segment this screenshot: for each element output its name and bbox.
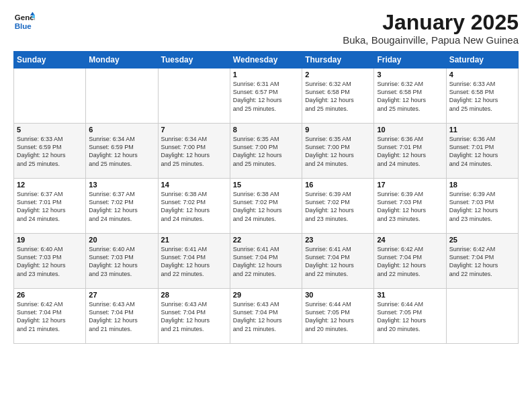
day-number: 17	[377, 181, 443, 189]
day-info: Sunrise: 6:37 AMSunset: 7:02 PMDaylight:…	[89, 190, 154, 223]
week-row-4: 26Sunrise: 6:42 AMSunset: 7:04 PMDayligh…	[14, 289, 519, 344]
title-block: January 2025 Buka, Bougainville, Papua N…	[343, 11, 519, 46]
day-cell: 27Sunrise: 6:43 AMSunset: 7:04 PMDayligh…	[86, 289, 158, 344]
day-number: 19	[17, 236, 83, 244]
day-number: 16	[305, 181, 371, 189]
day-cell: 31Sunrise: 6:44 AMSunset: 7:05 PMDayligh…	[374, 289, 446, 344]
day-number: 26	[17, 291, 83, 299]
day-info: Sunrise: 6:44 AMSunset: 7:05 PMDaylight:…	[377, 300, 443, 333]
svg-text:Blue: Blue	[15, 22, 32, 30]
day-number: 9	[305, 126, 371, 134]
day-info: Sunrise: 6:39 AMSunset: 7:03 PMDaylight:…	[449, 190, 515, 223]
day-cell: 24Sunrise: 6:42 AMSunset: 7:04 PMDayligh…	[374, 234, 446, 289]
main-title: January 2025	[343, 11, 519, 34]
day-number: 18	[449, 181, 515, 189]
page: General Blue January 2025 Buka, Bougainv…	[0, 0, 532, 411]
calendar-table: Sunday Monday Tuesday Wednesday Thursday…	[13, 51, 519, 344]
day-cell	[86, 68, 158, 124]
day-cell: 13Sunrise: 6:37 AMSunset: 7:02 PMDayligh…	[86, 179, 158, 234]
day-info: Sunrise: 6:37 AMSunset: 7:01 PMDaylight:…	[17, 190, 83, 223]
day-info: Sunrise: 6:35 AMSunset: 7:00 PMDaylight:…	[233, 135, 299, 168]
day-cell: 3Sunrise: 6:32 AMSunset: 6:58 PMDaylight…	[374, 68, 446, 124]
day-number: 3	[377, 71, 443, 79]
calendar-header: Sunday Monday Tuesday Wednesday Thursday…	[14, 52, 519, 68]
day-number: 31	[377, 291, 443, 299]
day-info: Sunrise: 6:31 AMSunset: 6:57 PMDaylight:…	[233, 80, 299, 113]
day-number: 23	[305, 236, 371, 244]
header-tuesday: Tuesday	[158, 52, 230, 68]
day-info: Sunrise: 6:43 AMSunset: 7:04 PMDaylight:…	[161, 300, 227, 333]
day-cell: 23Sunrise: 6:41 AMSunset: 7:04 PMDayligh…	[302, 234, 374, 289]
header-row: Sunday Monday Tuesday Wednesday Thursday…	[14, 52, 519, 68]
day-info: Sunrise: 6:42 AMSunset: 7:04 PMDaylight:…	[377, 245, 443, 278]
day-info: Sunrise: 6:36 AMSunset: 7:01 PMDaylight:…	[449, 135, 515, 168]
day-cell: 19Sunrise: 6:40 AMSunset: 7:03 PMDayligh…	[14, 234, 86, 289]
calendar-body: 1Sunrise: 6:31 AMSunset: 6:57 PMDaylight…	[14, 68, 519, 344]
day-number: 5	[17, 126, 83, 134]
header-sunday: Sunday	[14, 52, 86, 68]
day-info: Sunrise: 6:42 AMSunset: 7:04 PMDaylight:…	[449, 245, 515, 278]
day-cell	[446, 289, 518, 344]
day-number: 2	[305, 71, 371, 79]
day-number: 1	[233, 71, 299, 79]
day-cell: 11Sunrise: 6:36 AMSunset: 7:01 PMDayligh…	[446, 124, 518, 179]
header-wednesday: Wednesday	[230, 52, 302, 68]
day-number: 27	[89, 291, 154, 299]
day-number: 10	[377, 126, 443, 134]
day-cell: 21Sunrise: 6:41 AMSunset: 7:04 PMDayligh…	[158, 234, 230, 289]
day-info: Sunrise: 6:43 AMSunset: 7:04 PMDaylight:…	[89, 300, 154, 333]
subtitle: Buka, Bougainville, Papua New Guinea	[343, 34, 519, 46]
day-cell: 14Sunrise: 6:38 AMSunset: 7:02 PMDayligh…	[158, 179, 230, 234]
day-number: 8	[233, 126, 299, 134]
day-info: Sunrise: 6:42 AMSunset: 7:04 PMDaylight:…	[17, 300, 83, 333]
week-row-0: 1Sunrise: 6:31 AMSunset: 6:57 PMDaylight…	[14, 68, 519, 124]
day-cell: 8Sunrise: 6:35 AMSunset: 7:00 PMDaylight…	[230, 124, 302, 179]
day-cell: 17Sunrise: 6:39 AMSunset: 7:03 PMDayligh…	[374, 179, 446, 234]
day-number: 22	[233, 236, 299, 244]
day-cell: 5Sunrise: 6:33 AMSunset: 6:59 PMDaylight…	[14, 124, 86, 179]
day-number: 12	[17, 181, 83, 189]
day-number: 29	[233, 291, 299, 299]
day-info: Sunrise: 6:39 AMSunset: 7:03 PMDaylight:…	[377, 190, 443, 223]
day-info: Sunrise: 6:44 AMSunset: 7:05 PMDaylight:…	[305, 300, 371, 333]
day-info: Sunrise: 6:34 AMSunset: 6:59 PMDaylight:…	[89, 135, 154, 168]
day-number: 15	[233, 181, 299, 189]
day-info: Sunrise: 6:39 AMSunset: 7:02 PMDaylight:…	[305, 190, 371, 223]
day-number: 6	[89, 126, 154, 134]
day-cell: 7Sunrise: 6:34 AMSunset: 7:00 PMDaylight…	[158, 124, 230, 179]
day-cell: 6Sunrise: 6:34 AMSunset: 6:59 PMDaylight…	[86, 124, 158, 179]
day-number: 28	[161, 291, 227, 299]
day-cell: 29Sunrise: 6:43 AMSunset: 7:04 PMDayligh…	[230, 289, 302, 344]
header-thursday: Thursday	[302, 52, 374, 68]
day-info: Sunrise: 6:32 AMSunset: 6:58 PMDaylight:…	[305, 80, 371, 113]
day-info: Sunrise: 6:32 AMSunset: 6:58 PMDaylight:…	[377, 80, 443, 113]
day-cell: 2Sunrise: 6:32 AMSunset: 6:58 PMDaylight…	[302, 68, 374, 124]
day-cell: 16Sunrise: 6:39 AMSunset: 7:02 PMDayligh…	[302, 179, 374, 234]
day-cell: 26Sunrise: 6:42 AMSunset: 7:04 PMDayligh…	[14, 289, 86, 344]
header-monday: Monday	[86, 52, 158, 68]
day-number: 14	[161, 181, 227, 189]
day-cell: 18Sunrise: 6:39 AMSunset: 7:03 PMDayligh…	[446, 179, 518, 234]
day-number: 24	[377, 236, 443, 244]
day-cell: 9Sunrise: 6:35 AMSunset: 7:00 PMDaylight…	[302, 124, 374, 179]
day-cell: 4Sunrise: 6:33 AMSunset: 6:58 PMDaylight…	[446, 68, 518, 124]
header: General Blue January 2025 Buka, Bougainv…	[13, 11, 519, 46]
day-info: Sunrise: 6:38 AMSunset: 7:02 PMDaylight:…	[233, 190, 299, 223]
header-saturday: Saturday	[446, 52, 518, 68]
day-number: 30	[305, 291, 371, 299]
day-info: Sunrise: 6:36 AMSunset: 7:01 PMDaylight:…	[377, 135, 443, 168]
day-cell: 28Sunrise: 6:43 AMSunset: 7:04 PMDayligh…	[158, 289, 230, 344]
day-number: 11	[449, 126, 515, 134]
week-row-3: 19Sunrise: 6:40 AMSunset: 7:03 PMDayligh…	[14, 234, 519, 289]
day-info: Sunrise: 6:33 AMSunset: 6:58 PMDaylight:…	[449, 80, 515, 113]
week-row-1: 5Sunrise: 6:33 AMSunset: 6:59 PMDaylight…	[14, 124, 519, 179]
logo: General Blue	[13, 11, 35, 32]
day-cell: 25Sunrise: 6:42 AMSunset: 7:04 PMDayligh…	[446, 234, 518, 289]
header-friday: Friday	[374, 52, 446, 68]
day-cell: 12Sunrise: 6:37 AMSunset: 7:01 PMDayligh…	[14, 179, 86, 234]
day-info: Sunrise: 6:33 AMSunset: 6:59 PMDaylight:…	[17, 135, 83, 168]
day-number: 13	[89, 181, 154, 189]
day-info: Sunrise: 6:43 AMSunset: 7:04 PMDaylight:…	[233, 300, 299, 333]
day-cell: 30Sunrise: 6:44 AMSunset: 7:05 PMDayligh…	[302, 289, 374, 344]
logo-icon: General Blue	[13, 11, 35, 32]
